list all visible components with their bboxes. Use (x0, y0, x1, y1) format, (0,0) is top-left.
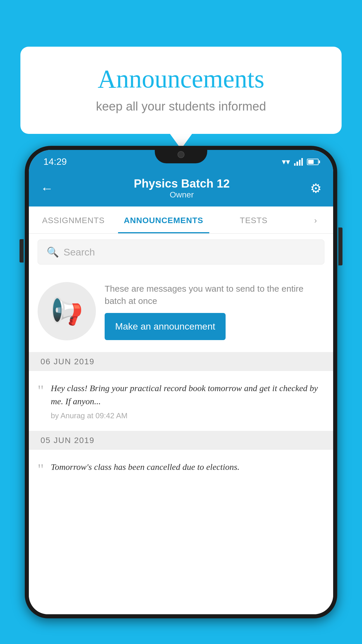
date-text-2: 05 JUN 2019 (41, 436, 94, 445)
announcement-text-1: Hey class! Bring your practical record b… (51, 382, 324, 408)
battery-icon (307, 159, 319, 165)
bubble-subtitle: keep all your students informed (44, 99, 318, 113)
tab-more[interactable]: › (298, 206, 333, 233)
bubble-title: Announcements (44, 64, 318, 94)
back-button[interactable]: ← (41, 181, 53, 196)
batch-role: Owner (53, 190, 310, 200)
battery-fill (308, 160, 314, 164)
speech-bubble: Announcements keep all your students inf… (20, 47, 342, 134)
app-bar-title: Physics Batch 12 Owner (53, 177, 310, 200)
wifi-icon: ▾▾ (282, 157, 290, 167)
status-time: 14:29 (43, 156, 67, 167)
signal-bar-3 (299, 160, 301, 166)
date-separator-2: 05 JUN 2019 (29, 431, 333, 450)
announcement-text-2: Tomorrow's class has been cancelled due … (51, 460, 324, 473)
announcement-item-1[interactable]: " Hey class! Bring your practical record… (29, 371, 333, 431)
announcement-meta-1: by Anurag at 09:42 AM (51, 411, 324, 420)
announcement-content-1: Hey class! Bring your practical record b… (51, 382, 324, 420)
promo-section: 📢 These are messages you want to send to… (29, 270, 333, 352)
announcement-content-2: Tomorrow's class has been cancelled due … (51, 460, 324, 477)
notch (155, 146, 207, 163)
promo-icon-circle: 📢 (38, 282, 96, 340)
phone-outer: 14:29 ▾▾ ← Phy (25, 146, 337, 618)
tab-assignments[interactable]: ASSIGNMENTS (29, 206, 118, 233)
gear-icon[interactable]: ⚙ (310, 181, 321, 196)
status-icons: ▾▾ (282, 157, 319, 167)
batch-name: Physics Batch 12 (53, 177, 310, 190)
phone-wrapper: 14:29 ▾▾ ← Phy (25, 146, 337, 644)
announcement-item-2[interactable]: " Tomorrow's class has been cancelled du… (29, 450, 333, 477)
content-area: 🔍 Search 📢 These are messages you want t… (29, 234, 333, 614)
tab-bar: ASSIGNMENTS ANNOUNCEMENTS TESTS › (29, 206, 333, 234)
search-bar[interactable]: 🔍 Search (38, 239, 324, 265)
signal-bar-2 (296, 162, 298, 166)
promo-description: These are messages you want to send to t… (105, 283, 324, 307)
tab-tests[interactable]: TESTS (209, 206, 298, 233)
signal-bar-1 (294, 163, 296, 166)
search-placeholder: Search (64, 246, 95, 258)
speech-bubble-section: Announcements keep all your students inf… (20, 47, 342, 134)
search-icon: 🔍 (47, 246, 59, 258)
phone-screen: 14:29 ▾▾ ← Phy (29, 150, 333, 614)
search-container: 🔍 Search (29, 234, 333, 270)
date-separator-1: 06 JUN 2019 (29, 352, 333, 371)
app-bar: ← Physics Batch 12 Owner ⚙ (29, 170, 333, 206)
signal-icon (294, 158, 303, 166)
tab-announcements[interactable]: ANNOUNCEMENTS (118, 206, 209, 233)
promo-content: These are messages you want to send to t… (105, 283, 324, 340)
make-announcement-button[interactable]: Make an announcement (105, 313, 226, 340)
camera-dot (178, 151, 184, 158)
quote-icon-1: " (38, 383, 44, 420)
megaphone-icon: 📢 (50, 296, 83, 327)
quote-icon-2: " (38, 462, 44, 477)
signal-bar-4 (301, 158, 303, 166)
date-text-1: 06 JUN 2019 (41, 357, 94, 366)
